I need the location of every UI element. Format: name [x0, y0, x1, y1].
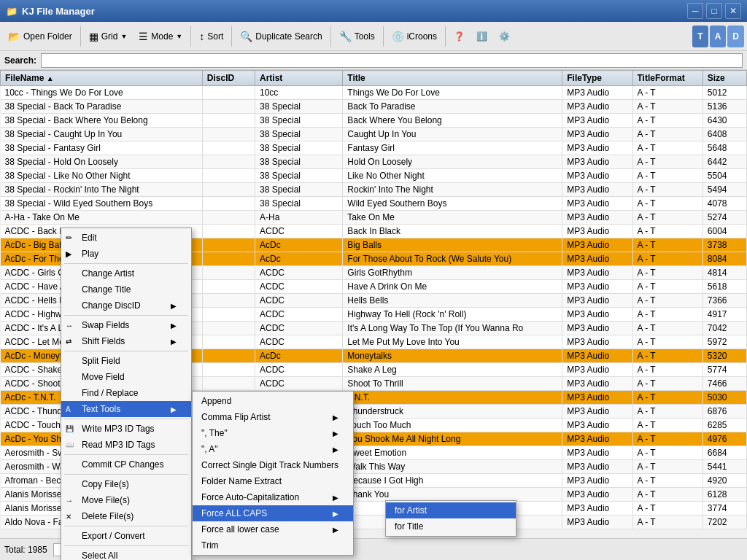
ctx-change-artist-label: Change Artist	[82, 268, 134, 279]
tt-append-label: Append	[201, 396, 231, 406]
table-row[interactable]: 38 Special - Back Where You Belong38 Spe…	[1, 114, 747, 128]
close-button[interactable]: ✕	[725, 3, 741, 19]
table-cell: 4814	[703, 266, 746, 280]
tt-correct-track[interactable]: Correct Single Digit Track Numbers	[193, 457, 353, 473]
tab-t-button[interactable]: T	[692, 26, 708, 47]
ctx-change-title-label: Change Title	[82, 284, 131, 295]
table-cell: Back To Paradise	[343, 100, 562, 114]
tools-button[interactable]: 🔧 Tools	[334, 26, 380, 47]
table-cell: MP3 Audio	[562, 474, 632, 488]
ctx-swap-arrow: ▶	[171, 322, 177, 330]
table-row[interactable]: 10cc - Things We Do For Love10ccThings W…	[1, 86, 747, 100]
table-row[interactable]: 38 Special - Rockin' Into The Night38 Sp…	[1, 183, 747, 197]
tt-comma-flip[interactable]: Comma Flip Artist ▶	[193, 409, 353, 425]
tt-force-caps[interactable]: Force ALL CAPS ▶	[193, 505, 353, 521]
tt-the[interactable]: ", The" ▶	[193, 425, 353, 441]
table-row[interactable]: A-Ha - Take On MeA-HaTake On MeMP3 Audio…	[1, 211, 747, 225]
mode-button[interactable]: ☰ Mode ▼	[133, 26, 187, 47]
maximize-button[interactable]: □	[706, 3, 722, 19]
table-cell: 5648	[703, 141, 746, 155]
table-cell: 5012	[703, 86, 746, 100]
ctx-text-tools[interactable]: A Text Tools ▶	[61, 401, 191, 417]
force-caps-artist[interactable]: for Artist	[386, 502, 516, 518]
help-button[interactable]: ❓	[449, 26, 470, 47]
table-cell: A - T	[632, 391, 703, 405]
col-header-titleformat[interactable]: TitleFormat	[632, 71, 703, 86]
ctx-split-field[interactable]: Split Field	[61, 353, 191, 369]
title-bar-controls[interactable]: ─ □ ✕	[687, 3, 741, 19]
sort-icon: ↕	[199, 31, 204, 42]
table-cell: 7366	[703, 294, 746, 308]
table-cell: A - T	[632, 363, 703, 377]
table-cell: A - T	[632, 294, 703, 308]
ctx-move-files-label: Move File(s)	[82, 495, 130, 505]
tab-a-button[interactable]: A	[710, 26, 727, 47]
ctx-read-mp3[interactable]: 📖 Read MP3 ID Tags	[61, 437, 191, 453]
ctx-shift-fields[interactable]: ⇄ Shift Fields ▶	[61, 333, 191, 349]
grid-button[interactable]: ▦ Grid ▼	[84, 26, 133, 47]
tab-d-button[interactable]: D	[727, 26, 744, 47]
tt-folder-extract[interactable]: Folder Name Extract	[193, 473, 353, 489]
col-header-discid[interactable]: DiscID	[202, 71, 255, 86]
ctx-move-field[interactable]: Move Field	[61, 369, 191, 385]
table-row[interactable]: 38 Special - Like No Other Night38 Speci…	[1, 169, 747, 183]
table-cell: A - T	[632, 211, 703, 225]
duplicate-search-button[interactable]: 🔍 Duplicate Search	[235, 26, 327, 47]
mode-label: Mode	[151, 31, 173, 42]
ctx-copy-files[interactable]: Copy File(s)	[61, 476, 191, 492]
mode-icon: ☰	[139, 31, 148, 42]
tt-append[interactable]: Append	[193, 393, 353, 409]
ctx-select-all[interactable]: Select All	[61, 548, 191, 560]
toolbar-separator-1	[80, 26, 81, 47]
ctx-export-convert[interactable]: Export / Convert	[61, 528, 191, 544]
ctx-delete-files[interactable]: ✕ Delete File(s)	[61, 508, 191, 524]
ctx-move-files[interactable]: → Move File(s)	[61, 492, 191, 508]
sort-button[interactable]: ↕ Sort	[194, 26, 228, 47]
table-cell: 6285	[703, 419, 746, 432]
ctx-play[interactable]: ▶ Play	[61, 246, 191, 262]
force-caps-title-label: for Title	[395, 521, 423, 532]
table-row[interactable]: 38 Special - Hold On Loosely38 SpecialHo…	[1, 155, 747, 169]
ctx-find-replace[interactable]: Find / Replace	[61, 385, 191, 401]
ctx-sep-4	[64, 419, 188, 419]
ctx-write-mp3[interactable]: 💾 Write MP3 ID Tags	[61, 421, 191, 437]
col-header-filetype[interactable]: FileType	[562, 71, 632, 86]
table-cell: MP3 Audio	[562, 141, 632, 155]
open-folder-button[interactable]: 📂 Open Folder	[3, 26, 77, 47]
table-cell	[202, 100, 255, 114]
info-button[interactable]: ℹ️	[471, 26, 492, 47]
tt-a[interactable]: ", A" ▶	[193, 441, 353, 457]
ctx-swap-fields[interactable]: ↔ Swap Fields ▶	[61, 317, 191, 333]
ctx-commit-cp[interactable]: Commit CP Changes	[61, 456, 191, 472]
settings-button[interactable]: ⚙️	[494, 26, 515, 47]
ctx-write-mp3-label: Write MP3 ID Tags	[82, 424, 155, 434]
icroons-button[interactable]: 💿 iCroons	[387, 26, 442, 47]
col-header-filename[interactable]: FileName ▲	[1, 71, 203, 86]
force-caps-title[interactable]: for Title	[386, 518, 516, 534]
ctx-change-discid[interactable]: Change DiscID ▶	[61, 298, 191, 314]
ctx-change-artist[interactable]: Change Artist	[61, 265, 191, 281]
tools-icon: 🔧	[339, 31, 352, 42]
table-cell: Like No Other Night	[343, 169, 562, 183]
search-input[interactable]	[41, 53, 743, 68]
tt-force-lower[interactable]: Force all lower case ▶	[193, 521, 353, 537]
table-cell: Take On Me	[343, 211, 562, 225]
table-cell: A - T	[632, 474, 703, 488]
tt-trim-label: Trim	[201, 540, 219, 551]
ctx-edit[interactable]: ✏ Edit	[61, 230, 191, 246]
table-row[interactable]: 38 Special - Back To Paradise38 SpecialB…	[1, 100, 747, 114]
ctx-export-convert-label: Export / Convert	[82, 531, 145, 541]
table-row[interactable]: 38 Special - Fantasy Girl38 SpecialFanta…	[1, 141, 747, 155]
table-row[interactable]: 38 Special - Caught Up In You38 SpecialC…	[1, 128, 747, 141]
table-cell: 38 Special	[255, 100, 343, 114]
table-row[interactable]: 38 Special - Wild Eyed Southern Boys38 S…	[1, 197, 747, 211]
tt-force-auto-cap[interactable]: Force Auto-Capitalization ▶	[193, 489, 353, 505]
swap-icon: ↔	[66, 322, 73, 330]
col-header-size[interactable]: Size	[703, 71, 746, 86]
col-header-title[interactable]: Title	[343, 71, 562, 86]
col-header-artist[interactable]: Artist	[255, 71, 343, 86]
tt-trim[interactable]: Trim	[193, 537, 353, 553]
minimize-button[interactable]: ─	[687, 3, 703, 19]
icroons-icon: 💿	[392, 31, 404, 42]
ctx-change-title[interactable]: Change Title	[61, 281, 191, 298]
